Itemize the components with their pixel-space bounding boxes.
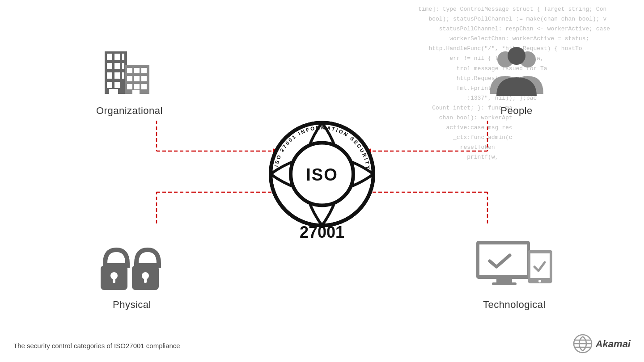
svg-rect-25: [122, 72, 124, 79]
people-block: People: [485, 42, 548, 117]
footer-caption: The security control categories of ISO27…: [13, 342, 180, 349]
svg-rect-20: [107, 63, 112, 69]
people-icon: [485, 42, 548, 101]
organizational-block: Organizational: [96, 42, 163, 117]
svg-rect-26: [107, 82, 112, 88]
technological-icon: [474, 236, 555, 295]
svg-rect-37: [134, 84, 140, 89]
svg-rect-39: [132, 90, 140, 94]
svg-rect-31: [134, 68, 140, 73]
main-content: Organizational People: [0, 0, 644, 362]
svg-rect-54: [530, 253, 550, 278]
svg-rect-21: [114, 63, 120, 69]
iso-logo: ISO ISO 27001 INFORMATION SECURITY 27001: [268, 121, 376, 242]
technological-label: Technological: [483, 299, 546, 311]
svg-text:ISO: ISO: [306, 165, 338, 184]
physical-block: Physical: [96, 236, 168, 311]
svg-point-42: [508, 47, 525, 65]
svg-rect-32: [141, 68, 147, 73]
svg-point-55: [538, 280, 541, 282]
akamai-logo: Akamai: [573, 334, 631, 354]
svg-rect-38: [141, 84, 147, 89]
svg-rect-22: [122, 63, 124, 69]
akamai-icon: [573, 334, 593, 354]
svg-rect-33: [127, 76, 132, 81]
svg-rect-35: [141, 76, 147, 81]
akamai-brand-text: Akamai: [596, 338, 631, 350]
svg-rect-18: [114, 54, 120, 60]
svg-rect-30: [127, 68, 132, 73]
physical-icon: [96, 236, 168, 295]
organizational-label: Organizational: [96, 105, 163, 117]
svg-rect-34: [134, 76, 140, 81]
physical-label: Physical: [113, 299, 151, 311]
svg-rect-27: [114, 82, 120, 88]
svg-rect-19: [122, 54, 124, 60]
svg-rect-45: [113, 277, 115, 283]
iso-circle: ISO ISO 27001 INFORMATION SECURITY: [268, 121, 376, 228]
people-label: People: [500, 105, 533, 117]
svg-rect-51: [496, 279, 512, 282]
svg-rect-24: [114, 72, 120, 79]
svg-rect-17: [107, 54, 112, 60]
organizational-icon: [100, 42, 158, 101]
svg-rect-52: [492, 282, 517, 285]
svg-rect-23: [107, 72, 112, 79]
svg-rect-48: [144, 277, 147, 283]
technological-block: Technological: [474, 236, 555, 311]
svg-rect-28: [109, 89, 118, 94]
svg-rect-36: [127, 84, 132, 89]
